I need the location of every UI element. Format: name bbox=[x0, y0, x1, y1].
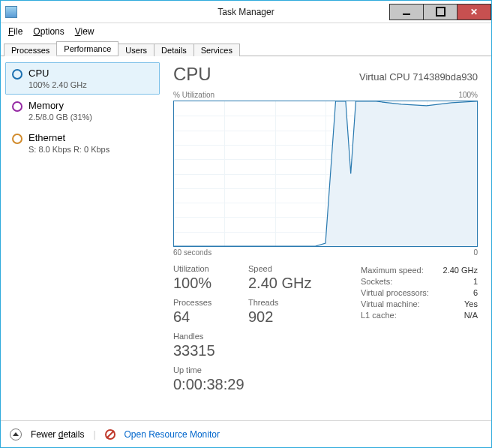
stat-processes-label: Processes bbox=[173, 298, 233, 307]
sidebar-memory-sub: 2.5/8.0 GB (31%) bbox=[28, 113, 92, 122]
sidebar-memory-label: Memory bbox=[28, 100, 92, 111]
stat-threads-label: Threads bbox=[248, 298, 293, 307]
tab-performance[interactable]: Performance bbox=[56, 41, 118, 56]
main-content: CPU 100% 2.40 GHz Memory 2.5/8.0 GB (31%… bbox=[1, 56, 491, 420]
tab-services[interactable]: Services bbox=[194, 44, 240, 56]
separator: | bbox=[93, 429, 95, 440]
close-button[interactable] bbox=[457, 4, 491, 20]
sidebar-ethernet-label: Ethernet bbox=[28, 132, 110, 143]
meta-vm-label: Virtual machine: bbox=[361, 299, 420, 308]
detail-heading: CPU bbox=[173, 64, 212, 85]
stat-threads-value: 902 bbox=[248, 308, 293, 326]
menu-options[interactable]: Options bbox=[28, 25, 68, 38]
sidebar-item-ethernet[interactable]: Ethernet S: 8.0 Kbps R: 0 Kbps bbox=[5, 127, 160, 159]
stat-utilization-label: Utilization bbox=[173, 264, 233, 273]
meta-l1-value: N/A bbox=[464, 311, 478, 320]
meta-maxspeed-label: Maximum speed: bbox=[361, 266, 424, 275]
tab-strip: Processes Performance Users Details Serv… bbox=[1, 40, 491, 56]
stat-processes-value: 64 bbox=[173, 308, 233, 326]
ethernet-ring-icon bbox=[12, 134, 22, 144]
sidebar-ethernet-sub: S: 8.0 Kbps R: 0 Kbps bbox=[28, 145, 110, 154]
sidebar-item-memory[interactable]: Memory 2.5/8.0 GB (31%) bbox=[5, 95, 160, 127]
tab-details[interactable]: Details bbox=[154, 44, 194, 56]
stat-speed-label: Speed bbox=[248, 264, 331, 273]
titlebar: Task Manager bbox=[1, 1, 491, 23]
meta-sockets-value: 1 bbox=[473, 277, 478, 286]
stat-handles-value: 33315 bbox=[173, 342, 226, 359]
window-controls bbox=[390, 4, 491, 20]
app-icon bbox=[5, 6, 17, 18]
meta-l1-label: L1 cache: bbox=[361, 311, 397, 320]
stat-uptime-value: 0:00:38:29 bbox=[173, 376, 244, 393]
menu-view[interactable]: View bbox=[70, 25, 99, 38]
cpu-ring-icon bbox=[12, 69, 22, 80]
stats-left: Utilization 100% Speed 2.40 GHz Processe… bbox=[173, 264, 361, 399]
chart-label-top-left: % Utilization bbox=[173, 91, 214, 99]
chevron-up-icon[interactable] bbox=[10, 428, 22, 440]
stat-uptime-label: Up time bbox=[173, 365, 244, 374]
chart-label-top-right: 100% bbox=[458, 91, 478, 99]
menubar: File Options View bbox=[1, 23, 491, 40]
chart-label-bottom-left: 60 seconds bbox=[173, 248, 212, 257]
memory-ring-icon bbox=[12, 101, 22, 112]
tab-processes[interactable]: Processes bbox=[4, 44, 57, 56]
tab-users[interactable]: Users bbox=[118, 44, 154, 56]
fewer-details-link[interactable]: Fewer details bbox=[31, 429, 84, 440]
open-resource-monitor-link[interactable]: Open Resource Monitor bbox=[124, 429, 220, 440]
resource-monitor-icon bbox=[105, 429, 116, 440]
meta-sockets-label: Sockets: bbox=[361, 277, 392, 286]
chart-label-bottom-right: 0 bbox=[473, 248, 478, 257]
sidebar-cpu-label: CPU bbox=[28, 68, 87, 79]
stats-right: Maximum speed:2.40 GHz Sockets:1 Virtual… bbox=[361, 264, 478, 399]
minimize-button[interactable] bbox=[389, 4, 424, 20]
bottom-bar: Fewer details | Open Resource Monitor bbox=[1, 420, 491, 447]
cpu-utilization-chart bbox=[173, 101, 478, 247]
menu-file[interactable]: File bbox=[4, 25, 27, 38]
stat-handles-label: Handles bbox=[173, 332, 226, 341]
meta-vproc-label: Virtual processors: bbox=[361, 288, 429, 297]
stat-speed-value: 2.40 GHz bbox=[248, 275, 331, 292]
sidebar-item-cpu[interactable]: CPU 100% 2.40 GHz bbox=[5, 62, 160, 95]
meta-vm-value: Yes bbox=[464, 299, 478, 308]
meta-vproc-value: 6 bbox=[473, 288, 478, 297]
detail-panel: CPU Virtual CPU 714389bda930 % Utilizati… bbox=[164, 56, 491, 420]
cpu-model-name: Virtual CPU 714389bda930 bbox=[359, 71, 478, 83]
meta-maxspeed-value: 2.40 GHz bbox=[443, 266, 478, 275]
maximize-button[interactable] bbox=[423, 4, 458, 20]
stat-utilization-value: 100% bbox=[173, 275, 233, 292]
sidebar-cpu-sub: 100% 2.40 GHz bbox=[28, 80, 87, 89]
sidebar: CPU 100% 2.40 GHz Memory 2.5/8.0 GB (31%… bbox=[1, 56, 164, 420]
